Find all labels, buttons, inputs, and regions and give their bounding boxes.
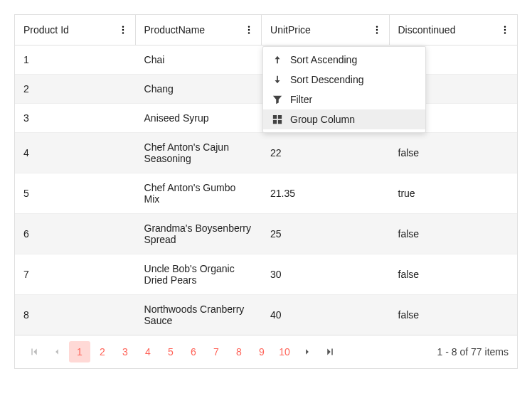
cell-productname: Chef Anton's Gumbo Mix: [136, 173, 262, 213]
svg-point-8: [376, 32, 377, 33]
group-icon: [272, 114, 283, 125]
cell-productid: 2: [15, 75, 136, 103]
column-label: Discontinued: [398, 24, 456, 36]
table-row: 4 Chef Anton's Cajun Seasoning 22 false: [15, 133, 517, 173]
svg-point-3: [248, 26, 250, 27]
svg-point-10: [504, 29, 506, 31]
cell-discontinued: false: [390, 133, 517, 173]
data-grid: Product Id ProductName UnitPrice Discont…: [14, 14, 518, 369]
cell-productname: Chef Anton's Cajun Seasoning: [136, 133, 262, 173]
cell-productname: Chai: [136, 45, 262, 74]
filter-icon: [272, 94, 283, 105]
cell-productid: 8: [15, 295, 136, 335]
menu-label: Filter: [290, 94, 312, 105]
pager-navigation: 1 2 3 4 5 6 7 8 9 10: [23, 341, 341, 362]
cell-productname: Uncle Bob's Organic Dried Pears: [136, 254, 262, 294]
table-row: 6 Grandma's Boysenberry Spread 25 false: [15, 214, 517, 254]
pager-next-icon[interactable]: [297, 341, 318, 362]
pager-page-2[interactable]: 2: [92, 341, 113, 362]
menu-item-group-column[interactable]: Group Column: [263, 109, 425, 129]
pager-page-5[interactable]: 5: [160, 341, 181, 362]
pager-first-icon[interactable]: [23, 341, 45, 362]
cell-productid: 7: [15, 254, 136, 294]
cell-productname: Chang: [136, 75, 262, 103]
cell-productid: 4: [15, 133, 136, 173]
kebab-icon[interactable]: [499, 23, 511, 36]
header-row: Product Id ProductName UnitPrice Discont…: [15, 15, 517, 45]
table-row: 7 Uncle Bob's Organic Dried Pears 30 fal…: [15, 254, 517, 295]
pager-page-4[interactable]: 4: [137, 341, 159, 362]
column-menu: Sort Ascending Sort Descending Filter Gr…: [262, 46, 426, 133]
cell-discontinued: false: [390, 214, 517, 254]
cell-unitprice: 22: [262, 133, 389, 173]
pager-page-7[interactable]: 7: [206, 341, 227, 362]
pager-page-10[interactable]: 10: [274, 341, 295, 362]
cell-productid: 5: [15, 173, 136, 213]
column-header-productid[interactable]: Product Id: [15, 15, 136, 45]
cell-productid: 6: [15, 214, 136, 254]
arrow-up-icon: [272, 54, 283, 65]
svg-point-11: [504, 32, 506, 33]
column-label: ProductName: [144, 24, 206, 36]
pager-prev-icon[interactable]: [46, 341, 68, 362]
svg-point-7: [376, 29, 377, 31]
cell-unitprice: 25: [262, 214, 389, 254]
svg-point-2: [122, 32, 123, 33]
svg-point-9: [504, 26, 506, 27]
column-header-unitprice[interactable]: UnitPrice: [262, 15, 389, 45]
cell-productid: 3: [15, 104, 136, 132]
pager-last-icon[interactable]: [319, 341, 341, 362]
pager-page-1[interactable]: 1: [69, 341, 90, 362]
cell-discontinued: true: [390, 173, 517, 213]
cell-productid: 1: [15, 45, 136, 74]
cell-productname: Aniseed Syrup: [136, 104, 262, 132]
pager-info: 1 - 8 of 77 items: [437, 346, 509, 358]
kebab-icon[interactable]: [371, 23, 383, 36]
pager-page-8[interactable]: 8: [228, 341, 250, 362]
menu-label: Sort Ascending: [290, 54, 357, 65]
pager-page-3[interactable]: 3: [115, 341, 136, 362]
menu-label: Group Column: [290, 114, 355, 125]
menu-label: Sort Descending: [290, 74, 364, 85]
column-header-discontinued[interactable]: Discontinued: [390, 15, 517, 45]
kebab-icon[interactable]: [243, 23, 255, 36]
column-label: Product Id: [23, 24, 69, 36]
pager-page-9[interactable]: 9: [251, 341, 272, 362]
cell-unitprice: 30: [262, 254, 389, 294]
menu-item-sort-ascending[interactable]: Sort Ascending: [263, 50, 425, 70]
cell-productname: Grandma's Boysenberry Spread: [136, 214, 262, 254]
column-label: UnitPrice: [270, 24, 311, 36]
arrow-down-icon: [272, 74, 283, 85]
cell-unitprice: 40: [262, 295, 389, 335]
svg-point-0: [122, 26, 123, 27]
svg-point-4: [248, 29, 250, 31]
pager-page-6[interactable]: 6: [183, 341, 204, 362]
menu-item-sort-descending[interactable]: Sort Descending: [263, 70, 425, 90]
svg-point-1: [122, 29, 123, 31]
cell-productname: Northwoods Cranberry Sauce: [136, 295, 262, 335]
column-header-productname[interactable]: ProductName: [136, 15, 262, 45]
cell-discontinued: false: [390, 254, 517, 294]
kebab-icon[interactable]: [117, 23, 129, 36]
table-row: 8 Northwoods Cranberry Sauce 40 false: [15, 295, 517, 335]
table-row: 5 Chef Anton's Gumbo Mix 21.35 true: [15, 173, 517, 214]
svg-point-6: [376, 26, 377, 27]
pager: 1 2 3 4 5 6 7 8 9 10 1 - 8 of 77 items: [15, 335, 517, 368]
cell-unitprice: 21.35: [262, 173, 389, 213]
cell-discontinued: false: [390, 295, 517, 335]
menu-item-filter[interactable]: Filter: [263, 90, 425, 109]
svg-point-5: [248, 32, 250, 33]
